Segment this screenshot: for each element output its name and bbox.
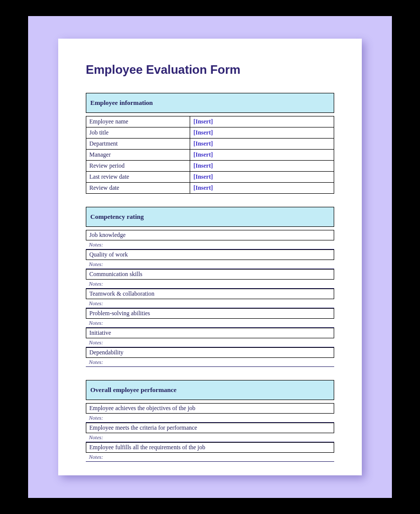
section-header-competency: Competency rating <box>86 207 334 227</box>
notes-field[interactable]: Notes: <box>86 433 334 442</box>
document-frame: Employee Evaluation Form Employee inform… <box>28 16 392 498</box>
table-row: Review date [Insert] <box>86 183 334 194</box>
field-value[interactable]: [Insert] <box>190 161 334 172</box>
notes-field[interactable]: Notes: <box>86 414 334 423</box>
field-value[interactable]: [Insert] <box>190 172 334 183</box>
notes-field[interactable]: Notes: <box>86 338 334 347</box>
field-label: Department <box>86 139 190 150</box>
section-header-overall: Overall employee performance <box>86 380 334 400</box>
overall-item: Employee achieves the objectives of the … <box>86 403 334 414</box>
section-competency: Competency rating Job knowledge Notes: Q… <box>86 207 334 367</box>
notes-field[interactable]: Notes: <box>86 319 334 328</box>
page-title: Employee Evaluation Form <box>86 63 334 77</box>
competency-item: Initiative <box>86 328 334 338</box>
field-value[interactable]: [Insert] <box>190 127 334 139</box>
notes-field[interactable]: Notes: <box>86 240 334 249</box>
employee-info-table: Employee name [Insert] Job title [Insert… <box>86 116 334 194</box>
field-label: Last review date <box>86 172 190 183</box>
field-label: Review period <box>86 161 190 172</box>
document-page: Employee Evaluation Form Employee inform… <box>58 39 362 475</box>
table-row: Employee name [Insert] <box>86 116 334 127</box>
section-overall: Overall employee performance Employee ac… <box>86 380 334 462</box>
notes-field[interactable]: Notes: <box>86 260 334 269</box>
overall-item: Employee meets the criteria for performa… <box>86 423 334 433</box>
notes-field[interactable]: Notes: <box>86 299 334 308</box>
field-label: Manager <box>86 150 190 161</box>
table-row: Review period [Insert] <box>86 161 334 172</box>
table-row: Department [Insert] <box>86 139 334 150</box>
competency-item: Quality of work <box>86 249 334 260</box>
field-value[interactable]: [Insert] <box>190 183 334 194</box>
notes-field[interactable]: Notes: <box>86 453 334 462</box>
field-label: Employee name <box>86 116 190 127</box>
table-row: Job title [Insert] <box>86 127 334 139</box>
overall-item: Employee fulfills all the requirements o… <box>86 442 334 453</box>
competency-item: Dependability <box>86 347 334 358</box>
section-employee-info: Employee information Employee name [Inse… <box>86 93 334 194</box>
field-value[interactable]: [Insert] <box>190 150 334 161</box>
table-row: Manager [Insert] <box>86 150 334 161</box>
notes-field[interactable]: Notes: <box>86 358 334 367</box>
field-label: Review date <box>86 183 190 194</box>
competency-item: Problem-solving abilities <box>86 308 334 319</box>
competency-item: Communication skills <box>86 269 334 280</box>
field-value[interactable]: [Insert] <box>190 116 334 127</box>
table-row: Last review date [Insert] <box>86 172 334 183</box>
field-label: Job title <box>86 127 190 139</box>
notes-field[interactable]: Notes: <box>86 280 334 289</box>
competency-item: Teamwork & collaboration <box>86 289 334 299</box>
section-header-employee-info: Employee information <box>86 93 334 113</box>
competency-item: Job knowledge <box>86 230 334 240</box>
field-value[interactable]: [Insert] <box>190 139 334 150</box>
